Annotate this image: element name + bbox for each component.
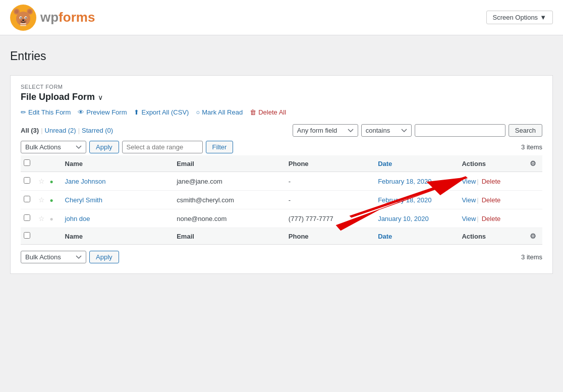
- row2-delete-link[interactable]: Delete: [482, 196, 501, 204]
- screen-options-button[interactable]: Screen Options ▼: [486, 11, 553, 24]
- logo-text: wpforms: [40, 10, 95, 25]
- eye-icon: 👁: [78, 108, 84, 116]
- table-footer-row: Name Email Phone Date Actions ⚙: [21, 228, 542, 245]
- form-selector[interactable]: File Upload Form ∨: [21, 92, 542, 102]
- export-csv-link[interactable]: ⬆ Export All (CSV): [134, 108, 189, 116]
- row1-name-cell: Jane Johnson: [60, 172, 172, 191]
- row2-action-sep: |: [477, 196, 478, 204]
- filter-button[interactable]: Filter: [206, 141, 234, 153]
- bottom-bar: Bulk Actions Delete Apply 3 items: [21, 249, 542, 263]
- bulk-actions-left: Bulk Actions Delete Apply Filter: [21, 141, 233, 153]
- row3-name-cell: john doe: [60, 209, 172, 228]
- row1-date-cell: February 18, 2020: [373, 172, 457, 191]
- row1-email-cell: jane@jane.com: [172, 172, 284, 191]
- row3-read-cell: ●: [48, 209, 60, 228]
- search-area: Any form field Name Email Phone contains…: [293, 124, 542, 137]
- row2-name-cell: Cheryl Smith: [60, 191, 172, 209]
- footer-read-col: [48, 228, 60, 245]
- row1-delete-link[interactable]: Delete: [482, 178, 501, 185]
- items-count-bottom: 3 items: [521, 253, 542, 261]
- row3-date-link[interactable]: January 10, 2020: [378, 215, 428, 222]
- row2-name-link[interactable]: Cheryl Smith: [65, 196, 102, 204]
- search-field-select[interactable]: Any form field Name Email Phone: [293, 124, 358, 137]
- row1-settings-cell: [524, 172, 542, 191]
- footer-date-col: Date: [373, 228, 457, 245]
- svg-point-5: [28, 10, 32, 13]
- row1-read-cell: ●: [48, 172, 60, 191]
- mark-all-read-link[interactable]: ○ Mark All Read: [196, 108, 243, 116]
- row2-view-link[interactable]: View: [462, 196, 476, 204]
- tab-all[interactable]: All (3): [21, 127, 39, 134]
- header-read-col: [48, 155, 60, 172]
- row1-name-link[interactable]: Jane Johnson: [65, 178, 106, 185]
- site-header: wpforms Screen Options ▼: [0, 0, 563, 35]
- table-row: ☆ ● Jane Johnson jane@jane.com - Februar…: [21, 172, 542, 191]
- search-button[interactable]: Search: [509, 124, 542, 137]
- bulk-actions-select-top[interactable]: Bulk Actions Delete: [21, 141, 86, 153]
- apply-button-bottom[interactable]: Apply: [89, 251, 119, 263]
- row3-email-cell: none@none.com: [172, 209, 284, 228]
- header-date-col[interactable]: Date: [373, 155, 457, 172]
- row3-view-link[interactable]: View: [462, 215, 476, 222]
- row1-date-link[interactable]: February 18, 2020: [378, 178, 431, 185]
- row1-view-link[interactable]: View: [462, 178, 476, 185]
- row2-star-icon[interactable]: ☆: [38, 196, 45, 204]
- row3-action-sep: |: [477, 215, 478, 222]
- header-settings-col[interactable]: ⚙: [524, 155, 542, 172]
- chevron-down-icon: ▼: [540, 14, 546, 21]
- filter-label: Filter: [212, 143, 227, 151]
- row1-star-icon[interactable]: ☆: [38, 177, 45, 185]
- row1-star-cell: ☆: [37, 172, 48, 191]
- screen-options-label: Screen Options: [493, 14, 538, 21]
- footer-settings-col[interactable]: ⚙: [524, 228, 542, 245]
- delete-all-label: Delete All: [258, 108, 286, 116]
- action-links: ✏ Edit This Form 👁 Preview Form ⬆ Export…: [21, 108, 542, 116]
- select-all-checkbox-footer[interactable]: [24, 232, 30, 239]
- date-range-input[interactable]: [122, 141, 203, 153]
- preview-form-link[interactable]: 👁 Preview Form: [78, 108, 127, 116]
- delete-all-link[interactable]: 🗑 Delete All: [250, 108, 286, 116]
- footer-name-col: Name: [60, 228, 172, 245]
- footer-settings-gear-icon[interactable]: ⚙: [530, 232, 536, 240]
- row2-actions-cell: View|Delete: [457, 191, 524, 209]
- row2-date-cell: February 18, 2020: [373, 191, 457, 209]
- row1-read-icon[interactable]: ●: [49, 178, 53, 185]
- row2-date-link[interactable]: February 18, 2020: [378, 196, 431, 204]
- row3-read-icon[interactable]: ●: [49, 215, 53, 222]
- bulk-actions-select-bottom[interactable]: Bulk Actions Delete: [21, 251, 86, 263]
- form-selector-chevron-icon[interactable]: ∨: [98, 93, 103, 101]
- content-area: SELECT FORM File Upload Form ∨ ✏ Edit Th…: [10, 75, 553, 274]
- row1-actions-cell: View|Delete: [457, 172, 524, 191]
- header-checkbox-col: [21, 155, 37, 172]
- row2-checkbox[interactable]: [24, 196, 30, 202]
- row3-delete-link[interactable]: Delete: [482, 215, 501, 222]
- circle-icon: ○: [196, 108, 200, 116]
- footer-star-col: [37, 228, 48, 245]
- table-row: ☆ ● john doe none@none.com (777) 777-777…: [21, 209, 542, 228]
- filter-tabs: All (3) | Unread (2) | Starred (0): [21, 127, 113, 134]
- row3-star-icon[interactable]: ☆: [38, 214, 45, 222]
- apply-label-top: Apply: [96, 143, 112, 151]
- row3-checkbox[interactable]: [24, 214, 30, 221]
- row3-phone-cell: (777) 777-7777: [284, 209, 373, 228]
- settings-gear-icon[interactable]: ⚙: [530, 159, 536, 167]
- tab-starred[interactable]: Starred (0): [82, 127, 113, 134]
- tab-unread[interactable]: Unread (2): [45, 127, 76, 134]
- row3-name-link[interactable]: john doe: [65, 215, 90, 222]
- export-icon: ⬆: [134, 108, 139, 116]
- row1-checkbox[interactable]: [24, 177, 30, 184]
- search-input[interactable]: [415, 124, 505, 137]
- search-condition-select[interactable]: contains equals starts with: [361, 124, 412, 137]
- row3-settings-cell: [524, 209, 542, 228]
- table-header-row: Name Email Phone Date Actions ⚙: [21, 155, 542, 172]
- row3-star-cell: ☆: [37, 209, 48, 228]
- edit-form-link[interactable]: ✏ Edit This Form: [21, 108, 71, 116]
- filters-top-row: All (3) | Unread (2) | Starred (0) Any f…: [21, 124, 542, 137]
- apply-button-top[interactable]: Apply: [89, 141, 119, 153]
- select-all-checkbox[interactable]: [24, 159, 30, 166]
- mark-all-read-label: Mark All Read: [202, 108, 243, 116]
- footer-actions-col: Actions: [457, 228, 524, 245]
- row3-date-cell: January 10, 2020: [373, 209, 457, 228]
- row2-read-icon[interactable]: ●: [49, 197, 53, 204]
- svg-point-9: [20, 17, 21, 18]
